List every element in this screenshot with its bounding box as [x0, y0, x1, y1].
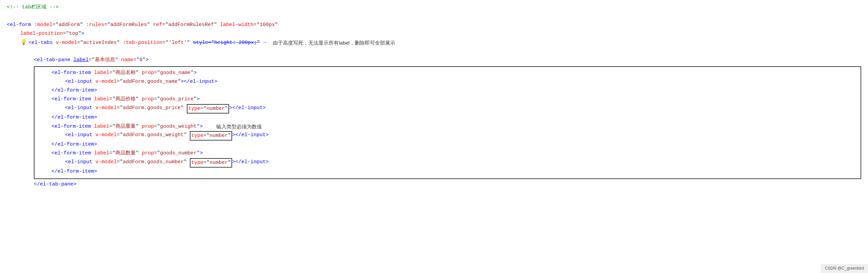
h-line-9: </el-form-item>: [38, 141, 857, 149]
h-line-6: </el-form-item>: [38, 114, 857, 122]
type-highlight-price: type="number": [187, 104, 229, 114]
line-4: label-position="top">: [0, 30, 868, 39]
h-line-12: </el-form-item>: [38, 168, 857, 176]
bulb-icon: 💡: [20, 39, 27, 47]
strikethrough-style: style="height: 200px;": [193, 39, 260, 47]
tag-el-form: <el-form: [7, 21, 34, 29]
line-3: <el-form :model="addForm" :rules="addFor…: [0, 21, 868, 30]
line-5: 💡 <el-tabs v-model="activeIndex" :tab-po…: [0, 39, 868, 47]
h-line-10: <el-form-item label="商品数量" prop="goods_n…: [38, 149, 857, 158]
last-line: </el-tab-pane>: [0, 180, 868, 189]
type-highlight-number: type="number": [190, 158, 232, 168]
annotation-style: 由于高度写死，无法显示所有label，删除即可全部展示: [273, 39, 395, 47]
line-7: <el-tab-pane label="基本信息" name="0">: [0, 56, 868, 65]
comment-tab: <!-- tab栏区域 -->: [7, 3, 59, 11]
attr-model: :model: [34, 21, 52, 29]
annotation-input-type: 输入类型必须为数值: [216, 123, 262, 131]
h-line-1: <el-form-item label="商品名称" prop="goods_n…: [38, 69, 857, 78]
line-2: [0, 12, 868, 21]
editor-area: <!-- tab栏区域 --> <el-form :model="addForm…: [0, 0, 868, 193]
line-1: <!-- tab栏区域 -->: [0, 3, 868, 12]
h-line-5: <el-input v-model="addForm.goods_price" …: [38, 104, 857, 114]
h-line-4: <el-form-item label="商品价格" prop="goods_p…: [38, 95, 857, 104]
highlight-block: <el-form-item label="商品名称" prop="goods_n…: [34, 66, 861, 179]
h-line-8: <el-input v-model="addForm.goods_weight"…: [38, 131, 857, 141]
line-6: [0, 47, 868, 56]
h-line-11: <el-input v-model="addForm.goods_number"…: [38, 158, 857, 168]
type-highlight-weight: type="number": [190, 131, 232, 141]
h-line-3: </el-form-item>: [38, 86, 857, 95]
h-line-7: <el-form-item label="商品重量" prop="goods_w…: [38, 122, 857, 131]
h-line-2: <el-input v-model="addForm.goods_name"><…: [38, 78, 857, 86]
